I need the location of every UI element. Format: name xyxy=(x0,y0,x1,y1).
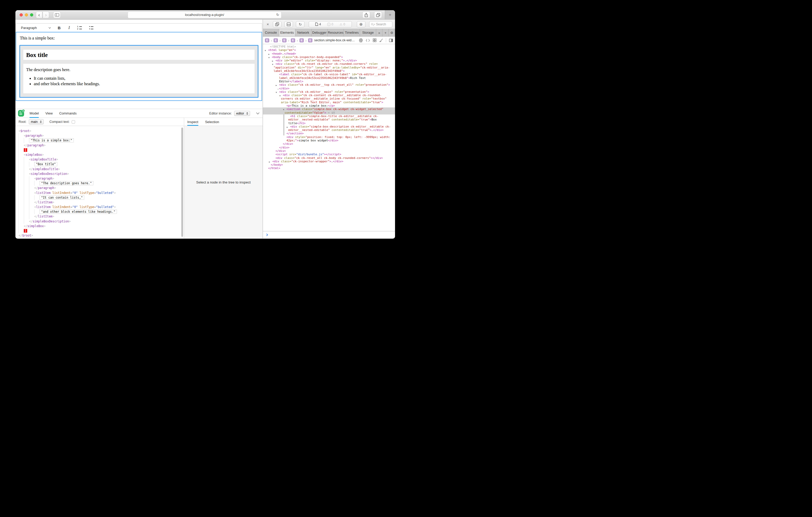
details-sidebar-icon[interactable] xyxy=(389,39,393,42)
devtools-code-line[interactable]: </section> xyxy=(263,132,395,135)
model-tree-line[interactable]: </paragraph> xyxy=(16,143,184,148)
devtools-code-line[interactable]: label_e63cbbfece34c53ce23501062343f49b8"… xyxy=(263,69,395,73)
bulleted-list-button[interactable] xyxy=(89,26,93,30)
devtools-tab-resources[interactable]: Resources xyxy=(327,29,344,36)
model-tree-line[interactable]: "This is a simple box:" xyxy=(16,138,184,143)
model-tree-line[interactable]: "It can contain lists," xyxy=(16,195,184,200)
devtools-tab-network[interactable]: Network xyxy=(295,29,312,36)
inspector-tab-commands[interactable]: Commands xyxy=(59,109,77,118)
model-tree-line[interactable]: </simpleBox> xyxy=(16,224,184,229)
close-window-button[interactable] xyxy=(20,13,23,17)
reload-page-button[interactable]: ↻ xyxy=(296,21,304,27)
breadcrumb-current-node[interactable]: section.simple-box.ck-wid… xyxy=(314,38,355,42)
devtools-code-line[interactable]: <script src="dist/bundle.js"></script> xyxy=(263,153,395,156)
devtools-code-line[interactable]: label_e63cbbfece34c53ce23501062343f49b8"… xyxy=(263,76,395,80)
devtools-code-line[interactable]: ▼<div class="ck ck-content ck-editor__ed… xyxy=(263,94,395,97)
devtools-code-line[interactable]: ▼<div class="ck ck-editor__main" role="p… xyxy=(263,90,395,94)
model-tree-line[interactable]: <listItem listIndent="0" listType="bulle… xyxy=(16,205,184,209)
resource-status-group[interactable]: 4 ! 0 ⚠ 0 xyxy=(309,21,352,27)
model-tree-line[interactable]: </simpleBoxDescription> xyxy=(16,219,184,224)
devtools-code-line[interactable]: "application" dir="ltr" lang="en" aria-l… xyxy=(263,66,395,69)
code-brackets-icon[interactable] xyxy=(366,39,370,42)
minimize-window-button[interactable] xyxy=(25,13,28,17)
devtools-code-line[interactable]: <div class="ck ck-reset_all ck-body ck-r… xyxy=(263,156,395,160)
devtools-code-line[interactable]: editor__nested-editable" contenteditable… xyxy=(263,128,395,132)
devtools-code-line[interactable]: editor__nested-editable" contenteditable… xyxy=(263,118,395,121)
devtools-new-tab-button[interactable]: + xyxy=(382,29,389,36)
paragraph-dropdown[interactable]: Paragraph xyxy=(21,26,37,30)
devtools-code-line[interactable]: ▼<section class="simple-box ck-widget ck… xyxy=(263,108,395,111)
devtools-code-line[interactable]: <h1 class="simple-box-title ck-editor__e… xyxy=(263,115,395,118)
dock-bottom-button[interactable] xyxy=(284,21,293,27)
root-select[interactable]: main xyxy=(29,119,44,124)
intro-paragraph[interactable]: This is a simple box: xyxy=(20,36,258,40)
new-tab-button[interactable]: + xyxy=(385,10,395,19)
share-button[interactable] xyxy=(362,11,370,18)
devtools-tab-timelines[interactable]: Timelines xyxy=(344,29,360,36)
editor-instance-select[interactable]: editor xyxy=(234,111,250,116)
devtools-tab-console[interactable]: Console xyxy=(263,29,279,36)
devtools-search-field[interactable]: Search xyxy=(369,21,393,27)
zoom-window-button[interactable] xyxy=(30,13,33,17)
model-tree-line[interactable]: <$root> xyxy=(16,129,184,133)
model-tree-line[interactable]: <simpleBoxTitle> xyxy=(16,157,184,162)
element-picker-button[interactable]: ⊕ xyxy=(357,21,366,27)
devtools-code-line[interactable]: ▶<div id="editor" style="display: none;"… xyxy=(263,59,395,62)
devtools-code-line[interactable]: <label class="ck ck-label ck-voice-label… xyxy=(263,73,395,76)
collapse-inspector-icon[interactable] xyxy=(256,111,260,115)
model-tree-line[interactable]: [ xyxy=(16,148,184,152)
forward-button[interactable]: › xyxy=(42,11,49,18)
devtools-code-line[interactable]: ▶<div class="ck-inspector-wrapper">…</di… xyxy=(263,160,395,163)
element-badge[interactable]: E xyxy=(265,38,269,42)
sidebar-button[interactable] xyxy=(53,11,61,18)
devtools-tab-debugger[interactable]: Debugger xyxy=(312,29,328,36)
devtools-code-line[interactable]: …</div> xyxy=(263,87,395,90)
devtools-code-line[interactable]: </div> xyxy=(263,146,395,149)
devtools-code-line[interactable]: Editor</label> xyxy=(263,80,395,83)
element-badge[interactable]: E xyxy=(299,38,304,42)
devtools-code-line[interactable]: <div style="position: fixed; top: 0px; l… xyxy=(263,135,395,139)
devtools-code-line[interactable]: title</h1> xyxy=(263,122,395,125)
model-tree-line[interactable]: <listItem listIndent="0" listType="bulle… xyxy=(16,190,184,195)
box-description-bullet[interactable]: It can contain lists, xyxy=(34,76,252,81)
box-description-paragraph[interactable]: The description goes here. xyxy=(26,67,252,72)
devtools-code-line[interactable]: </html> xyxy=(263,166,395,170)
model-tree-line[interactable]: </$root> xyxy=(16,233,184,238)
box-description-area[interactable]: The description goes here. It can contai… xyxy=(23,64,255,93)
address-bar[interactable]: localhost/creating-a-plugin/ ↻ xyxy=(128,11,282,18)
dock-side-button[interactable] xyxy=(273,21,282,27)
box-title[interactable]: Box title xyxy=(26,52,252,59)
devtools-code-line[interactable]: <!DOCTYPE html> xyxy=(263,45,395,48)
devtools-code-line[interactable]: </body> xyxy=(263,163,395,166)
element-badge[interactable]: E xyxy=(291,38,295,42)
model-tree-line[interactable]: "The description goes here." xyxy=(16,181,184,186)
devtools-tab-elements[interactable]: Elements xyxy=(279,29,295,36)
styles-brush-icon[interactable] xyxy=(379,38,383,42)
back-button[interactable]: ‹ xyxy=(36,11,42,18)
box-title-area[interactable]: Box title xyxy=(23,50,255,60)
devtools-tab-storage[interactable]: Storage xyxy=(360,29,376,36)
devtools-code-line[interactable]: contenteditable="false"> = $0 xyxy=(263,111,395,115)
devtools-code-line[interactable]: ▶<div class="simple-box-description ck-e… xyxy=(263,125,395,128)
italic-button[interactable]: I xyxy=(68,25,70,30)
inspector-tab-view[interactable]: View xyxy=(45,109,53,118)
settings-gear-button[interactable]: ⚙ xyxy=(389,29,395,36)
tree-scrollbar[interactable] xyxy=(181,127,183,237)
inspector-side-tab-selection[interactable]: Selection xyxy=(205,118,219,126)
model-tree-line[interactable]: <simpleBoxDescription> xyxy=(16,172,184,176)
compact-text-checkbox[interactable] xyxy=(72,120,75,124)
devtools-code-line[interactable]: <p>This is a simple box:</p> xyxy=(263,104,395,108)
model-tree-line[interactable]: </listItem> xyxy=(16,200,184,205)
inspector-side-tab-inspect[interactable]: Inspect xyxy=(187,118,198,126)
devtools-code-line[interactable]: ▶<head>…</head> xyxy=(263,52,395,55)
numbered-list-button[interactable]: 1 2 xyxy=(77,26,82,30)
print-icon[interactable] xyxy=(359,38,363,42)
model-tree-line[interactable]: ] xyxy=(16,229,184,233)
bold-button[interactable]: B xyxy=(58,26,61,30)
devtools-code-line[interactable]: </div> xyxy=(263,142,395,146)
devtools-code-line[interactable]: 42px;">simple box widget</div> xyxy=(263,139,395,142)
model-tree-line[interactable]: </simpleBoxTitle> xyxy=(16,167,184,172)
devtools-code-line[interactable]: ▶<div class="ck ck-editor__top ck-reset_… xyxy=(263,83,395,87)
element-badge[interactable]: E xyxy=(273,38,278,42)
devtools-code-line[interactable]: </div> xyxy=(263,149,395,153)
